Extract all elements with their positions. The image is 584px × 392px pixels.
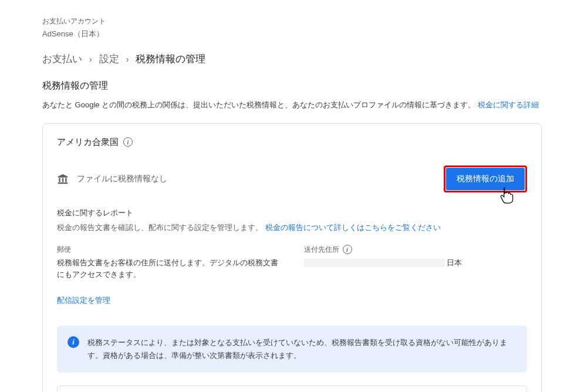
breadcrumb: お支払い › 設定 › 税務情報の管理 [42,52,542,66]
page-description: あなたと Google との間の税務上の関係は、提出いただいた税務情報と、あなた… [42,99,542,111]
tax-info-card: アメリカ合衆国 ファイルに税務情報なし 税務情報の追加 税金に関するレポート 税… [42,123,542,392]
add-tax-info-highlight: 税務情報の追加 [444,165,527,192]
info-icon[interactable] [343,245,352,254]
report-label: 税金に関するレポート [57,208,527,218]
breadcrumb-settings[interactable]: 設定 [99,52,119,66]
info-icon[interactable] [123,137,133,147]
manage-delivery-link[interactable]: 配信設定を管理 [57,295,110,306]
country-label: アメリカ合衆国 [57,137,119,148]
report-details-link[interactable]: 税金の報告について詳しくはこちらをご覧ください [265,223,441,232]
address-label: 送付先住所 [304,245,528,255]
bank-icon [57,173,69,185]
status-text: ファイルに税務情報なし [77,174,167,184]
info-banner-text: 税務ステータスにより、または対象となる支払いを受けていないため、税務報告書類を受… [87,336,517,362]
mail-label: 郵便 [57,245,281,255]
add-tax-info-button[interactable]: 税務情報の追加 [446,168,525,190]
info-banner: 税務ステータスにより、または対象となる支払いを受けていないため、税務報告書類を受… [57,326,527,373]
account-label: お支払いアカウント [42,16,542,26]
info-icon [67,336,79,348]
page-title: 税務情報の管理 [42,80,542,92]
breadcrumb-tax-info: 税務情報の管理 [136,52,205,66]
tax-details-link[interactable]: 税金に関する詳細 [478,100,539,109]
chevron-right-icon: › [89,55,92,64]
chevron-right-icon: › [126,55,129,64]
address-redacted [304,259,445,267]
address-content: 日本 [304,257,528,269]
mail-content: 税務報告文書をお客様の住所に送付します。デジタルの税務文書にもアクセスできます。 [57,257,281,282]
breadcrumb-payments[interactable]: お支払い [42,52,82,66]
documents-table: 発行日 ドキュメント 税金の報告書類が提出されていません [57,386,527,392]
report-description: 税金の報告文書を確認し、配布に関する設定を管理します。 税金の報告について詳しく… [57,222,527,234]
account-name: AdSense（日本） [42,29,542,39]
